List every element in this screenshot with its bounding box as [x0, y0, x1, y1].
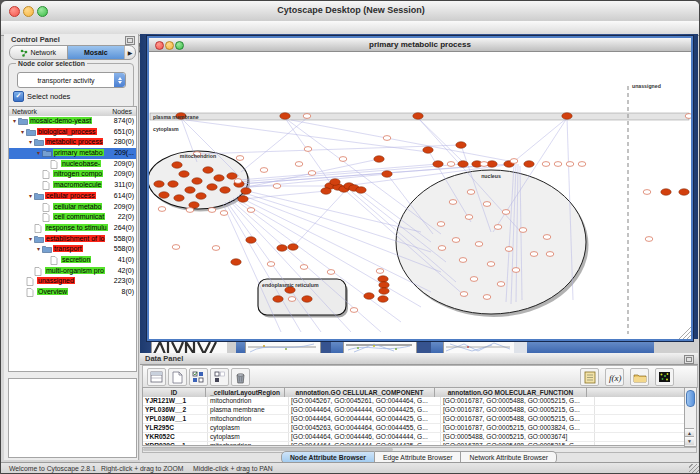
- svg-text:cytoplasm: cytoplasm: [153, 126, 179, 132]
- tree-row[interactable]: ▾transport558(0): [9, 244, 136, 255]
- expander-icon[interactable]: ▾: [27, 234, 34, 245]
- background-window-fragment[interactable]: [443, 339, 516, 353]
- tree-row[interactable]: multi-organism pro42(0): [9, 266, 136, 277]
- table-cell: mitochondrion: [208, 415, 289, 423]
- tab-overflow-arrow-icon[interactable]: ▶: [124, 46, 135, 59]
- expander-icon[interactable]: ▾: [35, 244, 42, 255]
- tree-row[interactable]: secretion41(0): [9, 255, 136, 266]
- scrollbar-thumb[interactable]: [686, 390, 695, 407]
- expander-icon[interactable]: ▾: [35, 148, 42, 159]
- background-window-fragment[interactable]: [654, 339, 698, 353]
- tab-network[interactable]: Network: [10, 46, 67, 59]
- tree-row-count: 311(0): [114, 180, 134, 191]
- color-attribute-dropdown[interactable]: transporter activity: [17, 72, 126, 88]
- tree-row-count: 614(0): [114, 191, 134, 202]
- tree-row[interactable]: cellular metabo209(0): [9, 202, 136, 213]
- network-canvas[interactable]: plasma membranecytoplasmmitochondrionnuc…: [149, 52, 691, 339]
- table-row[interactable]: YPL036W__2plasma membrane[GO:0044464, GO…: [143, 406, 685, 415]
- tree-row[interactable]: unassigned223(0): [9, 276, 136, 287]
- tree-row-count: 874(0): [114, 116, 134, 127]
- tree-row-label: Overview: [37, 288, 68, 295]
- tree-row-label: transport: [53, 245, 83, 252]
- background-window-fragment[interactable]: [527, 339, 654, 353]
- select-attributes-icon[interactable]: [189, 368, 208, 386]
- vertical-scrollbar[interactable]: ▲ ▼: [684, 387, 697, 447]
- expander-icon[interactable]: ▾: [19, 127, 26, 138]
- delete-attribute-icon[interactable]: [231, 368, 250, 386]
- unselect-attributes-icon[interactable]: [210, 368, 229, 386]
- table-cell: [GO:0044464, GO:0044444, GO:0044425, G..…: [289, 442, 441, 446]
- birdseye-view-panel[interactable]: [8, 378, 137, 458]
- data-panel-title: Data Panel: [145, 354, 183, 363]
- function-builder-icon[interactable]: f(x): [605, 368, 624, 386]
- dropdown-stepper-icon: [114, 73, 125, 87]
- table-cell: plasma membrane: [208, 406, 289, 414]
- table-cell: [GO:0044464, GO:0044446, GO:0044444, G..…: [289, 433, 441, 441]
- tree-row-label: nitrogen compo: [53, 170, 103, 177]
- heatmap-icon[interactable]: [655, 368, 674, 386]
- tree-row-count: 209(0): [114, 169, 134, 180]
- background-window-fragment[interactable]: [151, 339, 229, 353]
- expander-icon[interactable]: ▾: [27, 137, 34, 148]
- dropdown-value: transporter activity: [18, 77, 114, 84]
- control-panel-title: Control Panel: [11, 35, 60, 44]
- table-row[interactable]: YKR052Ccytoplasm[GO:0044464, GO:0044446,…: [143, 433, 685, 442]
- tab-mosaic-label: Mosaic: [84, 49, 108, 56]
- tree-row[interactable]: ▾cellular process614(0): [9, 191, 136, 202]
- window-title: Cytoscape Desktop (New Session): [1, 5, 700, 15]
- tree-row[interactable]: cell communicat22(0): [9, 212, 136, 223]
- network-window-titlebar[interactable]: primary metabolic process: [149, 38, 691, 52]
- background-window-fragment[interactable]: [331, 339, 343, 353]
- window-titlebar: Cytoscape Desktop (New Session): [1, 1, 700, 22]
- network-tree: ▾mosaic-demo-yeast874(0)▾biological_proc…: [8, 116, 137, 372]
- tree-row[interactable]: ▾mosaic-demo-yeast874(0): [9, 116, 136, 127]
- scroll-down-icon[interactable]: ▼: [685, 436, 694, 445]
- tree-row[interactable]: ▾biological_process651(0): [9, 127, 136, 138]
- cytoscape-window: Cytoscape Desktop (New Session) Search:: [0, 0, 700, 474]
- background-window-fragment[interactable]: [431, 339, 443, 353]
- tree-row[interactable]: response to stimulu264(0): [9, 223, 136, 234]
- tree-row-label: response to stimulu: [45, 224, 108, 231]
- table-row[interactable]: YLR295Ccytoplasm[GO:0045263, GO:0044464,…: [143, 424, 685, 433]
- tree-row[interactable]: ▾establishment of lo558(0): [9, 234, 136, 245]
- table-cell: [GO:0045267, GO:0045261, GO:0044464, G..…: [289, 397, 441, 405]
- table-row[interactable]: YDR039C__1mitochondrion[GO:0044464, GO:0…: [143, 442, 685, 446]
- data-panel-toolbar: f(x): [142, 365, 698, 388]
- network-tab-icon: [20, 49, 28, 57]
- tree-row-label: establishment of lo: [45, 235, 105, 242]
- tree-row-label: unassigned: [37, 277, 75, 284]
- tree-row-count: 22(0): [118, 212, 134, 223]
- table-cell: [GO:0044464, GO:0044444, GO:0044425, G..…: [289, 415, 441, 423]
- attribute-list-icon[interactable]: [580, 368, 599, 386]
- control-panel: Control Panel Network Mosaic ▶ Node colo…: [4, 34, 139, 460]
- table-cell: [GO:0005488, GO:0005215, GO:0003674]: [441, 433, 595, 441]
- tree-row[interactable]: nitrogen compo209(0): [9, 169, 136, 180]
- new-attribute-icon[interactable]: [168, 368, 187, 386]
- tree-row[interactable]: ▾metabolic process280(0): [9, 137, 136, 148]
- tree-row[interactable]: nucleobase-209(0): [9, 159, 136, 170]
- expander-icon[interactable]: ▾: [27, 191, 34, 202]
- select-nodes-checkbox[interactable]: ✓: [13, 91, 24, 102]
- table-row[interactable]: YPL036W__1mitochondrion[GO:0044464, GO:0…: [143, 415, 685, 424]
- attribute-table-icon[interactable]: [147, 368, 166, 386]
- expander-icon[interactable]: ▾: [11, 116, 18, 127]
- float-panel-icon[interactable]: [125, 36, 135, 45]
- table-cell: YJR121W__1: [143, 397, 208, 405]
- background-window-fragment[interactable]: [343, 339, 417, 353]
- resize-grip[interactable]: [689, 464, 700, 474]
- tree-row-label: biological_process: [37, 128, 97, 135]
- status-zoom-hint: Right-click + drag to ZOOM: [101, 465, 184, 472]
- table-row[interactable]: YJR121W__1mitochondrion[GO:0045267, GO:0…: [143, 397, 685, 406]
- data-table-body: YJR121W__1mitochondrion[GO:0045267, GO:0…: [142, 397, 686, 446]
- background-window-fragment[interactable]: [245, 339, 321, 353]
- network-view-window: primary metabolic process plasma membran…: [147, 36, 693, 341]
- import-folder-icon[interactable]: [630, 368, 649, 386]
- tab-mosaic[interactable]: Mosaic: [67, 46, 125, 59]
- tree-row[interactable]: Overview8(0): [9, 287, 136, 298]
- background-window-fragment[interactable]: [514, 339, 527, 353]
- float-panel-icon[interactable]: [684, 355, 694, 364]
- tree-row[interactable]: macromolecule311(0): [9, 180, 136, 191]
- tree-row[interactable]: ▾primary metabo209(...: [9, 148, 136, 159]
- background-window-fragment[interactable]: [227, 339, 236, 353]
- background-window-fragment[interactable]: [236, 339, 245, 353]
